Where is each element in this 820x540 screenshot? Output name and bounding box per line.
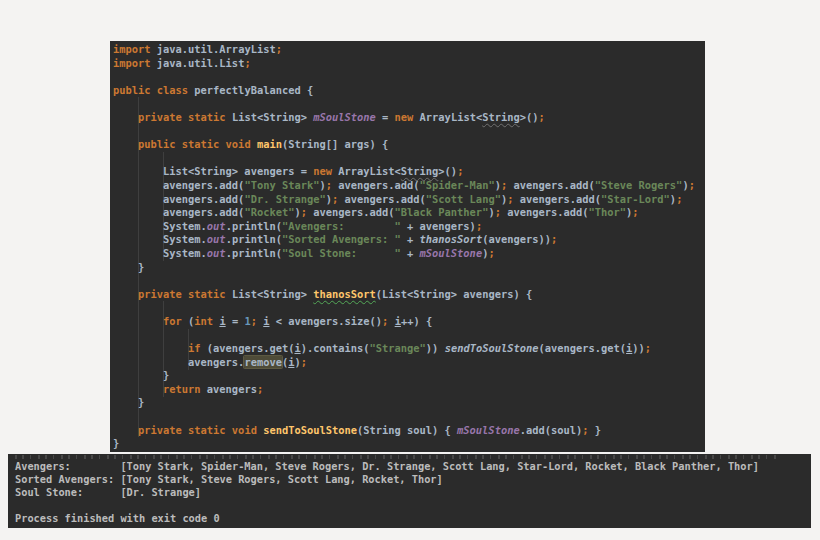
code-token: ; [676, 193, 682, 205]
code-token: import [113, 57, 151, 69]
code-token [113, 342, 188, 354]
code-token: .println( [226, 233, 282, 245]
code-token: sendToSoulStone [445, 342, 539, 354]
code-line[interactable]: } [113, 261, 705, 275]
code-line[interactable]: } [113, 396, 705, 410]
code-token: = [376, 111, 395, 123]
code-line[interactable]: public class perfectlyBalanced { [113, 84, 705, 98]
code-token: >() [520, 111, 539, 123]
code-line[interactable]: avengers.add("Tony Stark"); avengers.add… [113, 179, 705, 193]
code-token: )) [426, 342, 445, 354]
code-token: int [194, 315, 213, 327]
code-token: .println( [226, 247, 282, 259]
code-token: "Avengers: " [282, 220, 401, 232]
code-token: System. [113, 247, 207, 259]
code-token: (avengers.get( [538, 342, 626, 354]
code-token: } [588, 424, 601, 436]
console-line: Avengers: [Tony Stark, Spider-Man, Steve… [8, 460, 811, 473]
code-token: ( [182, 315, 195, 327]
code-token: ; [632, 206, 638, 218]
code-line[interactable] [113, 152, 705, 166]
code-line[interactable]: return avengers; [113, 383, 705, 397]
code-token: ; [301, 356, 307, 368]
code-token [113, 424, 138, 436]
code-line[interactable]: } [113, 437, 705, 451]
code-token: + [401, 233, 420, 245]
code-token: (String soul) { [357, 424, 457, 436]
code-token: ; [539, 111, 545, 123]
code-token: main [257, 138, 282, 150]
code-token: private static [138, 288, 226, 300]
code-token: out [207, 233, 226, 245]
code-token: String [401, 165, 439, 177]
code-token: perfectlyBalanced { [188, 84, 313, 96]
code-token [113, 288, 138, 300]
code-line[interactable]: List<String> avengers = new ArrayList<St… [113, 165, 705, 179]
code-token: String [482, 111, 520, 123]
code-line[interactable]: for (int i = 1; i < avengers.size(); i++… [113, 315, 705, 329]
code-token: java.util.ArrayList [151, 43, 276, 55]
code-token: avengers. [113, 356, 244, 368]
code-editor[interactable]: import java.util.ArrayList;import java.u… [110, 41, 705, 452]
console-lines: Avengers: [Tony Stark, Spider-Man, Steve… [8, 460, 811, 525]
code-token: ; [645, 342, 651, 354]
code-token: "Dr. Strange" [244, 193, 325, 205]
code-line[interactable] [113, 70, 705, 84]
code-token: mSoulStone [457, 424, 520, 436]
code-token: (avengers)) [482, 233, 551, 245]
code-line[interactable] [113, 97, 705, 111]
code-token: avengers.add( [113, 193, 244, 205]
code-token [113, 315, 163, 327]
code-line[interactable]: import java.util.List; [113, 57, 705, 71]
code-line[interactable] [113, 274, 705, 288]
code-token: avengers.add( [501, 206, 589, 218]
code-line[interactable] [113, 410, 705, 424]
code-line[interactable]: System.out.println("Sorted Avengers: " +… [113, 233, 705, 247]
code-token: avengers.add( [113, 206, 244, 218]
code-token: "Spider-Man" [420, 179, 495, 191]
code-line[interactable]: System.out.println("Avengers: " + avenge… [113, 220, 705, 234]
code-line[interactable] [113, 328, 705, 342]
code-token: System. [113, 220, 207, 232]
code-token: "Tony Stark" [244, 179, 319, 191]
code-token: ArrayList< [332, 165, 401, 177]
code-token: >() [438, 165, 457, 177]
code-token: avengers.add( [113, 179, 244, 191]
code-line[interactable]: avengers.add("Dr. Strange"); avengers.ad… [113, 193, 705, 207]
code-line[interactable]: } [113, 369, 705, 383]
code-token: ; [476, 220, 482, 232]
code-line[interactable]: private static void sendToSoulStone(Stri… [113, 424, 705, 438]
code-token: for [163, 315, 182, 327]
code-token: mSoulStone [420, 247, 483, 259]
code-line[interactable]: avengers.add("Rocket"); avengers.add("Bl… [113, 206, 705, 220]
code-token: if [188, 342, 201, 354]
code-token: sendToSoulStone [263, 424, 357, 436]
code-line[interactable]: System.out.println("Soul Stone: " + mSou… [113, 247, 705, 261]
code-token: (List<String> avengers) { [376, 288, 532, 300]
code-token: } [113, 396, 144, 408]
code-token: < avengers.size() [270, 315, 383, 327]
code-line[interactable]: import java.util.ArrayList; [113, 43, 705, 57]
code-token: ; [457, 165, 463, 177]
code-token: List<String> [226, 111, 314, 123]
code-token: )) [632, 342, 645, 354]
run-console[interactable]: Avengers: [Tony Stark, Spider-Man, Steve… [8, 454, 811, 528]
code-token: ; [257, 383, 263, 395]
clipped-console-line [15, 455, 780, 459]
code-token: avengers.add( [507, 179, 595, 191]
code-token: ; [276, 43, 282, 55]
code-token: avengers.add( [513, 193, 601, 205]
code-line[interactable]: private static List<String> thanosSort(L… [113, 288, 705, 302]
code-line[interactable] [113, 125, 705, 139]
code-line[interactable] [113, 301, 705, 315]
code-area[interactable]: import java.util.ArrayList;import java.u… [110, 41, 705, 451]
code-line[interactable]: private static List<String> mSoulStone =… [113, 111, 705, 125]
ide-screenshot: { "window": { "background": "#f4f3f2" },… [0, 0, 820, 540]
code-line[interactable]: public static void main(String[] args) { [113, 138, 705, 152]
code-line[interactable]: if (avengers.get(i).contains("Strange"))… [113, 342, 705, 356]
code-token: "Steve Rogers" [595, 179, 683, 191]
code-token: remove [244, 356, 282, 368]
console-line: Sorted Avengers: [Tony Stark, Steve Roge… [8, 473, 811, 486]
code-line[interactable]: avengers.remove(i); [113, 356, 705, 370]
code-token: .add(soul) [520, 424, 583, 436]
